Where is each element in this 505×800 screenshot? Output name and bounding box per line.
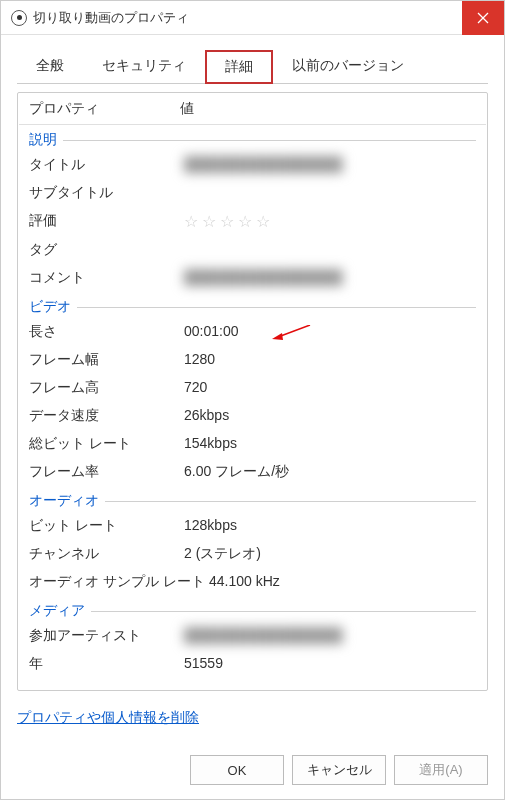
content-area: プロパティ 値 説明 タイトル ████████████████ サブタイトル … (17, 83, 488, 741)
window-title: 切り取り動画のプロパティ (33, 9, 462, 27)
video-file-icon (11, 10, 27, 26)
prop-subtitle[interactable]: サブタイトル (19, 179, 486, 207)
apply-button: 適用(A) (394, 755, 488, 785)
tab-security[interactable]: セキュリティ (83, 50, 205, 84)
prop-year[interactable]: 年 51559 (19, 650, 486, 678)
prop-title[interactable]: タイトル ████████████████ (19, 151, 486, 179)
prop-artist[interactable]: 参加アーティスト ████████████████ (19, 622, 486, 650)
header-value: 値 (174, 100, 486, 118)
tab-bar: 全般 セキュリティ 詳細 以前のバージョン (1, 35, 504, 83)
list-header: プロパティ 値 (19, 94, 486, 125)
button-row: OK キャンセル 適用(A) (1, 741, 504, 799)
section-media: メディア (19, 596, 486, 622)
prop-length[interactable]: 長さ 00:01:00 (19, 318, 486, 346)
prop-rating[interactable]: 評価 ☆☆☆☆☆ (19, 207, 486, 236)
prop-channels[interactable]: チャンネル 2 (ステレオ) (19, 540, 486, 568)
header-property: プロパティ (19, 100, 174, 118)
ok-button[interactable]: OK (190, 755, 284, 785)
tab-details[interactable]: 詳細 (205, 50, 273, 84)
prop-bitrate[interactable]: ビット レート 128kbps (19, 512, 486, 540)
close-icon (477, 12, 489, 24)
cancel-button[interactable]: キャンセル (292, 755, 386, 785)
prop-frame-rate[interactable]: フレーム率 6.00 フレーム/秒 (19, 458, 486, 486)
section-description: 説明 (19, 125, 486, 151)
prop-frame-width[interactable]: フレーム幅 1280 (19, 346, 486, 374)
prop-total-bitrate[interactable]: 総ビット レート 154kbps (19, 430, 486, 458)
property-list[interactable]: プロパティ 値 説明 タイトル ████████████████ サブタイトル … (17, 92, 488, 691)
rating-stars[interactable]: ☆☆☆☆☆ (184, 212, 486, 231)
prop-sample-rate[interactable]: オーディオ サンプル レート 44.100 kHz (19, 568, 486, 596)
prop-tags[interactable]: タグ (19, 236, 486, 264)
section-video: ビデオ (19, 292, 486, 318)
title-bar: 切り取り動画のプロパティ (1, 1, 504, 35)
prop-data-rate[interactable]: データ速度 26kbps (19, 402, 486, 430)
section-audio: オーディオ (19, 486, 486, 512)
prop-comments[interactable]: コメント ████████████████ (19, 264, 486, 292)
tab-previous-versions[interactable]: 以前のバージョン (273, 50, 423, 84)
tab-general[interactable]: 全般 (17, 50, 83, 84)
prop-frame-height[interactable]: フレーム高 720 (19, 374, 486, 402)
delete-properties-link[interactable]: プロパティや個人情報を削除 (17, 691, 488, 741)
close-button[interactable] (462, 1, 504, 35)
